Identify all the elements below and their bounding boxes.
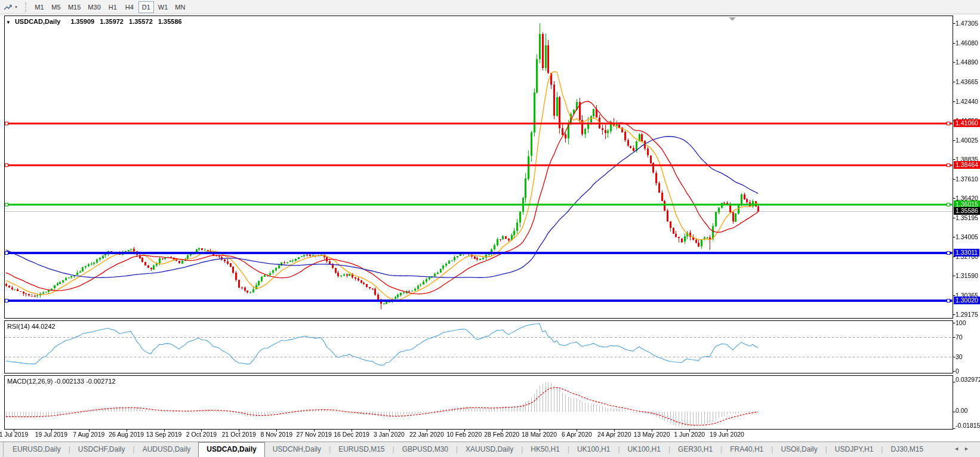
price-tick-label: 1.47305 (956, 20, 980, 27)
macd-axis-label: -0.018154 (956, 422, 980, 429)
date-tick-label: 27 Nov 2019 (296, 431, 332, 438)
timeframe-button-MN[interactable]: MN (172, 1, 188, 13)
rsi-axis-label: 0 (956, 368, 980, 375)
tab-dj30-m15[interactable]: DJ30,M15 (883, 442, 931, 457)
tab-ger30-h1[interactable]: GER30,H1 (670, 442, 720, 457)
date-tick-label: 10 Feb 2020 (446, 431, 482, 438)
price-tick-label: 1.42440 (956, 98, 980, 105)
quote-close: 1.35586 (158, 18, 182, 25)
tab-uk100-h1[interactable]: UK100,H1 (569, 442, 618, 457)
price-tick-label: 1.37610 (956, 175, 980, 183)
hline-price-label: 1.41060 (954, 119, 980, 127)
timeframe-button-M5[interactable]: M5 (48, 1, 64, 13)
tab-uk100-h1[interactable]: UK100,H1 (620, 442, 668, 457)
hline-price-label: 1.30020 (954, 297, 980, 304)
tab-usdchf-daily[interactable]: USDCHF,Daily (70, 442, 133, 457)
chart-symbol-period: USDCAD,Daily (15, 18, 60, 25)
timeframe-button-M1[interactable]: M1 (32, 1, 47, 13)
date-tick-label: 13 May 2020 (634, 431, 670, 438)
price-tick-label: 1.31590 (956, 272, 980, 279)
macd-axis-label: 0.00 (956, 407, 980, 414)
timeframe-toolbar: ▼ M1M5M15M30H1H4D1W1MN (0, 0, 980, 14)
date-tick-label: 24 Apr 2020 (597, 431, 631, 438)
tab-scroll-right-icon[interactable]: ► (964, 446, 974, 452)
rsi-axis-label: 30 (956, 353, 980, 360)
date-tick-label: 19 Jul 2019 (35, 431, 67, 438)
date-tick-label: 7 Aug 2019 (73, 431, 104, 438)
price-tick-label: 1.46080 (956, 39, 980, 47)
rsi-indicator-label: RSI(14) 44.0242 (7, 323, 56, 330)
tab-scroll-arrows[interactable]: ◄► (954, 446, 974, 452)
date-tick-label: 22 Jan 2020 (409, 431, 444, 438)
tab-scroll-left-icon[interactable]: ◄ (954, 446, 964, 452)
date-tick-label: 28 Feb 2020 (484, 431, 519, 438)
date-tick-label: 19 Jun 2020 (710, 431, 744, 438)
quote-low: 1.35572 (129, 18, 153, 25)
price-tick-label: 1.40025 (956, 137, 980, 144)
timeframe-button-W1[interactable]: W1 (155, 1, 171, 13)
tab-eurusd-daily[interactable]: EURUSD,Daily (5, 442, 69, 457)
tab-usdcad-daily[interactable]: USDCAD,Daily (198, 442, 264, 457)
tab-usoil-daily[interactable]: USOil,Daily (773, 442, 825, 457)
timeframe-button-H1[interactable]: H1 (105, 1, 121, 13)
price-tick-label: 1.44890 (956, 58, 980, 66)
hline-price-label: 1.38464 (954, 161, 980, 169)
chevron-down-icon[interactable]: ▼ (14, 5, 18, 9)
chart-quote-line: ▼USDCAD,Daily 1.35909 1.35972 1.35572 1.… (6, 18, 182, 25)
price-tick-label: 1.35195 (956, 214, 980, 221)
date-tick-label: 1 Jul 2019 (0, 431, 28, 438)
hline-price-label: 1.33011 (954, 249, 979, 257)
date-tick-label: 8 Nov 2019 (260, 431, 292, 438)
tab-fra40-h1[interactable]: FRA40,H1 (722, 442, 771, 457)
chart-canvas[interactable] (0, 14, 980, 441)
timeframe-button-D1[interactable]: D1 (138, 1, 154, 13)
price-tick-label: 1.43665 (956, 78, 980, 85)
trend-cursor-icon[interactable] (2, 2, 14, 13)
date-tick-label: 26 Aug 2019 (109, 431, 144, 438)
toolbar-separator (25, 2, 27, 12)
timeframe-button-M15[interactable]: M15 (65, 1, 84, 13)
quote-open: 1.35909 (70, 18, 94, 25)
tab-usdcnh-daily[interactable]: USDCNH,Daily (265, 442, 329, 457)
date-tick-label: 6 Apr 2020 (562, 431, 592, 438)
timeframe-button-H4[interactable]: H4 (122, 1, 137, 13)
chart-window: ▼USDCAD,Daily 1.35909 1.35972 1.35572 1.… (0, 14, 980, 441)
date-tick-label: 16 Dec 2019 (334, 431, 369, 438)
tab-usdjpy-h1[interactable]: USDJPY,H1 (827, 442, 881, 457)
date-tick-label: 3 Jan 2020 (374, 431, 405, 438)
date-tick-label: 13 Sep 2019 (146, 431, 182, 438)
tabbar-left-edge (0, 442, 4, 457)
tab-eurusd-m15[interactable]: EURUSD,M15 (331, 442, 392, 457)
chart-tabbar: EURUSD,Daily|USDCHF,Daily|AUDUSD,DailyUS… (0, 441, 980, 457)
macd-axis-label: 0.032972 (956, 376, 980, 383)
price-tick-label: 1.29175 (956, 311, 980, 318)
date-tick-label: 2 Oct 2019 (186, 431, 217, 438)
date-tick-label: 18 Mar 2020 (522, 431, 557, 438)
tab-xauusd-daily[interactable]: XAUUSD,Daily (458, 442, 521, 457)
macd-indicator-label: MACD(12,26,9) -0.002133 -0.002712 (7, 378, 116, 385)
collapse-quote-icon[interactable]: ▼ (6, 20, 11, 25)
tab-hk50-h1[interactable]: HK50,H1 (523, 442, 568, 457)
price-tick-label: 1.34005 (956, 233, 980, 240)
timeframe-button-M30[interactable]: M30 (85, 1, 103, 13)
rsi-axis-label: 70 (956, 334, 980, 341)
tab-gbpusd-m30[interactable]: GBPUSD,M30 (395, 442, 456, 457)
date-tick-label: 21 Oct 2019 (222, 431, 256, 438)
rsi-axis-label: 100 (956, 319, 980, 326)
current-price-label: 1.35586 (954, 207, 980, 215)
quote-high: 1.35972 (100, 18, 124, 25)
tab-audusd-daily[interactable]: AUDUSD,Daily (135, 442, 199, 457)
date-tick-label: 1 Jun 2020 (674, 431, 705, 438)
